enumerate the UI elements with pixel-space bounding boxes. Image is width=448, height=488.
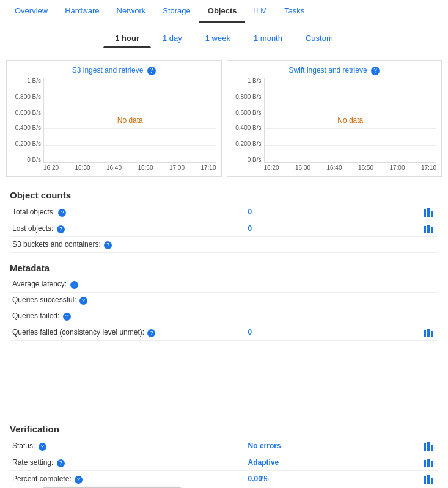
svg-rect-16 xyxy=(427,475,430,484)
lost-objects-help[interactable]: ? xyxy=(57,225,65,233)
rate-setting-help[interactable]: ? xyxy=(57,459,65,467)
tab-1hour[interactable]: 1 hour xyxy=(103,29,151,48)
tab-1week[interactable]: 1 week xyxy=(194,29,242,48)
rate-setting-chart-icon[interactable] xyxy=(422,457,436,467)
queries-failed-label: Queries failed: ? xyxy=(10,308,246,324)
avg-latency-help[interactable]: ? xyxy=(70,281,78,289)
avg-latency-value xyxy=(246,277,374,293)
object-counts-table: Total objects: ? 0 Lost objects: ? 0 xyxy=(10,204,438,253)
lost-objects-chart-icon[interactable] xyxy=(422,224,436,233)
svg-rect-15 xyxy=(424,476,426,484)
total-objects-value: 0 xyxy=(246,204,374,220)
table-row: Queries failed: ? xyxy=(10,308,438,324)
object-counts-section: Object counts Total objects: ? 0 Lost ob… xyxy=(0,183,448,255)
object-counts-title: Object counts xyxy=(10,190,438,200)
s3-chart-help[interactable]: ? xyxy=(147,67,156,75)
nav-ilm[interactable]: ILM xyxy=(245,0,276,23)
svg-rect-9 xyxy=(424,443,426,451)
svg-rect-12 xyxy=(424,460,426,467)
avg-latency-label: Average latency: ? xyxy=(10,277,246,293)
svg-rect-10 xyxy=(427,442,430,451)
queries-success-label: Queries successful: ? xyxy=(10,293,246,308)
s3-chart-grid: No data xyxy=(43,78,216,163)
table-row: Rate setting: ? Adaptive xyxy=(10,454,438,471)
s3-buckets-help[interactable]: ? xyxy=(104,241,112,249)
rate-setting-value: Adaptive xyxy=(246,454,374,471)
percent-complete-chart-icon[interactable] xyxy=(422,474,436,484)
swift-chart-grid: No data xyxy=(264,78,437,163)
queries-failed-consistency-chart-icon[interactable] xyxy=(422,327,436,337)
swift-chart: Swift ingest and retrieve ? 1 B/s 0.800 … xyxy=(227,60,442,177)
svg-rect-0 xyxy=(424,209,426,217)
percent-complete-help[interactable]: ? xyxy=(75,476,83,484)
s3-buckets-value xyxy=(246,237,374,253)
queries-success-value xyxy=(246,293,374,308)
status-value: No errors xyxy=(246,438,374,454)
swift-x-axis: 16:20 16:30 16:40 16:50 17:00 17:10 xyxy=(232,163,437,171)
table-row: Percent complete: ? 0.00% xyxy=(10,471,438,487)
swift-chart-help[interactable]: ? xyxy=(371,67,380,75)
metadata-table: Average latency: ? Queries successful: ?… xyxy=(10,277,438,341)
table-row: Queries successful: ? xyxy=(10,293,438,308)
queries-failed-consistency-value: 0 xyxy=(246,324,374,341)
s3-y-axis: 1 B/s 0.800 B/s 0.600 B/s 0.400 B/s 0.20… xyxy=(12,78,43,163)
svg-rect-8 xyxy=(431,331,433,337)
queries-failed-help[interactable]: ? xyxy=(63,313,71,321)
nav-hardware[interactable]: Hardware xyxy=(56,0,108,23)
metadata-section: Metadata Average latency: ? Queries succ… xyxy=(0,255,448,343)
percent-complete-value: 0.00% xyxy=(246,471,374,487)
charts-row: S3 ingest and retrieve ? 1 B/s 0.800 B/s… xyxy=(0,54,448,183)
total-objects-help[interactable]: ? xyxy=(58,209,66,217)
verification-table: Status: ? No errors Rate setting: ? Adap… xyxy=(10,438,438,488)
total-objects-chart-icon[interactable] xyxy=(422,207,436,217)
table-row: Lost objects: ? 0 xyxy=(10,220,438,237)
nav-storage[interactable]: Storage xyxy=(154,0,199,23)
tab-1month[interactable]: 1 month xyxy=(242,29,294,48)
queries-failed-consistency-label: Queries failed (consistency level unmet)… xyxy=(10,324,246,341)
queries-failed-consistency-help[interactable]: ? xyxy=(147,329,155,337)
status-chart-icon[interactable] xyxy=(422,441,436,451)
swift-no-data: No data xyxy=(337,116,363,125)
table-row: Status: ? No errors xyxy=(10,438,438,454)
s3-chart-title: S3 ingest and retrieve ? xyxy=(12,66,216,75)
svg-rect-3 xyxy=(424,226,426,233)
swift-chart-title: Swift ingest and retrieve ? xyxy=(232,66,437,75)
queries-success-help[interactable]: ? xyxy=(79,297,87,305)
nav-overview[interactable]: Overview xyxy=(6,0,56,23)
s3-buckets-label: S3 buckets and containers: ? xyxy=(10,237,246,253)
tab-custom[interactable]: Custom xyxy=(294,29,345,48)
svg-rect-6 xyxy=(424,330,426,337)
metadata-title: Metadata xyxy=(10,263,438,273)
lost-objects-value: 0 xyxy=(246,220,374,237)
svg-rect-13 xyxy=(427,459,430,467)
svg-rect-14 xyxy=(431,461,433,467)
s3-x-axis: 16:20 16:30 16:40 16:50 17:00 17:10 xyxy=(12,163,216,171)
s3-no-data: No data xyxy=(117,116,143,125)
svg-rect-2 xyxy=(431,211,433,217)
percent-complete-label: Percent complete: ? xyxy=(10,471,246,487)
status-help[interactable]: ? xyxy=(39,443,46,451)
svg-rect-5 xyxy=(431,227,433,233)
svg-rect-7 xyxy=(427,329,430,337)
nav-objects[interactable]: Objects xyxy=(199,0,246,23)
nav-network[interactable]: Network xyxy=(108,0,155,23)
lost-objects-label: Lost objects: ? xyxy=(10,220,246,237)
rate-setting-label: Rate setting: ? xyxy=(10,454,246,471)
table-row: S3 buckets and containers: ? xyxy=(10,237,438,253)
svg-rect-1 xyxy=(427,208,430,217)
tab-1day[interactable]: 1 day xyxy=(151,29,194,48)
table-row: Total objects: ? 0 xyxy=(10,204,438,220)
verification-title: Verification xyxy=(10,424,438,434)
queries-failed-value xyxy=(246,308,374,324)
svg-rect-17 xyxy=(431,478,433,484)
svg-rect-4 xyxy=(427,225,430,233)
svg-rect-11 xyxy=(431,445,433,451)
top-nav: Overview Hardware Network Storage Object… xyxy=(0,0,448,23)
s3-chart: S3 ingest and retrieve ? 1 B/s 0.800 B/s… xyxy=(6,60,222,177)
status-label: Status: ? xyxy=(10,438,246,454)
time-range-tabs: 1 hour 1 day 1 week 1 month Custom xyxy=(0,23,448,54)
table-row: Average latency: ? xyxy=(10,277,438,293)
nav-tasks[interactable]: Tasks xyxy=(276,0,313,23)
swift-y-axis: 1 B/s 0.800 B/s 0.600 B/s 0.400 B/s 0.20… xyxy=(232,78,264,163)
verification-section: Verification Status: ? No errors Rate se… xyxy=(0,417,448,488)
